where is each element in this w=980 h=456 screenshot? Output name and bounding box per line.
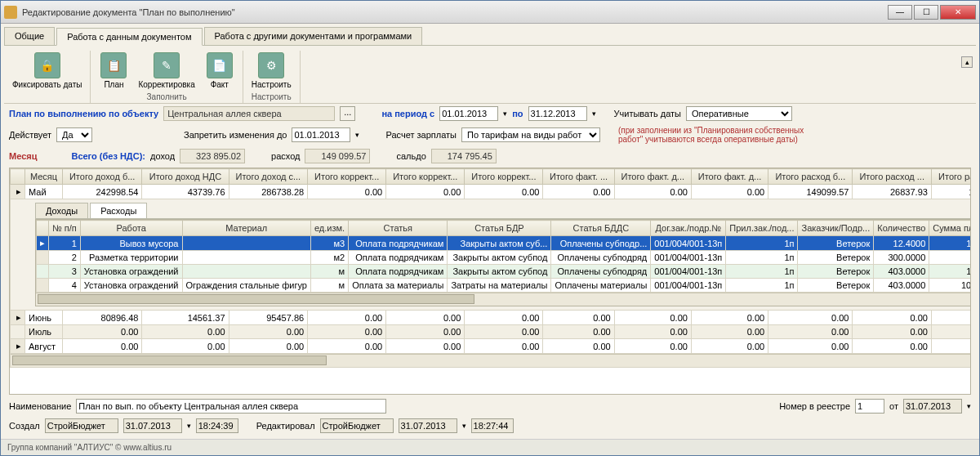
detail-col-header[interactable]: Работа [80, 221, 182, 236]
reg-from-label: от [889, 401, 898, 411]
maximize-button[interactable]: ☐ [914, 5, 938, 20]
edited-date [399, 418, 457, 433]
detail-row[interactable]: 2Разметка территориим2Оплата подрядчикам… [37, 251, 972, 265]
period-to-label: по [512, 109, 523, 118]
minimize-button[interactable]: — [888, 5, 912, 20]
period-from-input[interactable] [439, 106, 498, 121]
fix-dates-button[interactable]: 🔒Фиксировать даты [7, 51, 87, 91]
grid-row[interactable]: ▸Июнь80896.4814561.3795457.860.000.000.0… [11, 311, 972, 325]
detail-col-header[interactable]: № п/п [49, 221, 81, 236]
total-label: Всего (без НДС): [71, 151, 145, 161]
edited-label: Редактировал [256, 421, 315, 431]
period-to-input[interactable] [528, 106, 587, 121]
detail-row[interactable]: ▸1Вывоз мусорам3Оплата подрядчикамЗакрыт… [37, 236, 972, 251]
grid-col-header[interactable]: Итого факт. ... [543, 169, 614, 185]
grid-col-header[interactable]: Итого коррект... [465, 169, 543, 185]
grid-col-header[interactable]: Итого доход НДС [142, 169, 229, 185]
grid-col-header[interactable]: Месяц [25, 169, 63, 185]
detail-col-header[interactable]: Материал [182, 221, 310, 236]
grid-col-header[interactable]: Итого расход ... [853, 169, 931, 185]
ribbon-group-settings: Настроить [247, 91, 296, 103]
grid-hscroll[interactable] [11, 354, 971, 367]
tab-work-doc[interactable]: Работа с данным документом [56, 28, 202, 46]
plan-icon: 📋 [100, 52, 127, 78]
month-label: Месяц [9, 151, 37, 161]
detail-grid[interactable]: № п/пРаботаМатериалед.изм.СтатьяСтатья Б… [35, 219, 971, 306]
name-input[interactable] [76, 399, 386, 414]
forbid-label: Запретить изменения до [184, 130, 287, 140]
detail-col-header[interactable]: Статья БДР [448, 221, 551, 236]
saldo-label: сальдо [396, 151, 425, 161]
fact-icon: 📄 [207, 52, 233, 78]
close-button[interactable]: ✕ [940, 5, 976, 20]
reg-label: Номер в реестре [779, 401, 850, 411]
edited-time [471, 418, 514, 433]
grid-col-header[interactable]: Итого доход б... [62, 169, 142, 185]
app-icon [4, 6, 17, 19]
income-value: 323 895.02 [180, 149, 245, 163]
take-dates-select[interactable]: Оперативные [686, 106, 792, 121]
grid-row[interactable]: ▸Август0.000.000.000.000.000.000.000.000… [11, 339, 972, 354]
grid-col-header[interactable]: Итого расход б... [768, 169, 853, 185]
expense-label: расход [271, 151, 300, 161]
detail-col-header[interactable]: Статья [349, 221, 448, 236]
period-from-label: на период с [381, 109, 434, 118]
detail-col-header[interactable]: Статья БДДС [551, 221, 651, 236]
salary-select[interactable]: По тарифам на виды работ [461, 127, 600, 142]
object-label: План по выполнению по объекту [9, 109, 158, 118]
detail-col-header[interactable]: Заказчик/Подр... [798, 221, 874, 236]
statusbar: Группа компаний "АЛТИУС" © www.altius.ru [1, 439, 979, 455]
forbid-date-input[interactable] [292, 127, 350, 142]
grid-col-header[interactable]: Итого факт. д... [691, 169, 768, 185]
fact-button[interactable]: 📄Факт [200, 51, 239, 91]
ribbon-group-fill: Заполнить [94, 91, 238, 103]
detail-col-header[interactable]: Сумма план. бе... [929, 221, 971, 236]
edited-by [320, 418, 394, 433]
grid-col-header[interactable]: Итого расход с... [931, 169, 971, 185]
grid-row[interactable]: Июль0.000.000.000.000.000.000.000.000.00… [11, 325, 972, 339]
summary-grid[interactable]: МесяцИтого доход б...Итого доход НДСИтог… [9, 168, 971, 395]
detail-hscroll[interactable] [36, 293, 971, 306]
grid-col-header[interactable]: Итого коррект... [308, 169, 386, 185]
detail-col-header[interactable]: Прил.зак./под... [726, 221, 798, 236]
expense-value: 149 099.57 [305, 149, 370, 163]
salary-label: Расчет зарплаты [385, 130, 457, 140]
plan-button[interactable]: 📋План [94, 51, 133, 91]
grid-row[interactable]: ▸Май242998.5443739.76286738.280.000.000.… [11, 185, 972, 199]
grid-col-header[interactable]: Итого доход с... [229, 169, 308, 185]
scroll-up-button[interactable]: ▴ [961, 56, 973, 68]
active-select[interactable]: Да [56, 127, 92, 142]
correction-icon: ✎ [154, 52, 180, 78]
object-field[interactable]: Центральная аллея сквера [163, 106, 335, 121]
dates-note: (при заполнении из "Планирования собстве… [618, 126, 831, 144]
subtab-expense[interactable]: Расходы [90, 203, 147, 218]
settings-button[interactable]: ⚙Настроить [247, 51, 296, 91]
detail-col-header[interactable]: Количество [874, 221, 929, 236]
take-dates-label: Учитывать даты [614, 109, 681, 118]
grid-col-header[interactable]: Итого факт. д... [614, 169, 691, 185]
detail-row[interactable]: 3Установка ограждениймОплата подрядчикам… [37, 265, 972, 279]
created-label: Создал [9, 421, 40, 431]
active-label: Действует [9, 130, 51, 140]
object-lookup-button[interactable]: ... [340, 106, 355, 121]
detail-row[interactable]: 4Установка огражденийОграждения стальные… [37, 279, 972, 293]
window-title: Редактирование документа "План по выполн… [22, 7, 888, 17]
created-date [123, 418, 182, 433]
tab-other-docs[interactable]: Работа с другими документами и программа… [204, 27, 423, 45]
detail-col-header[interactable]: Дог.зак./подр.№ [651, 221, 726, 236]
saldo-value: 174 795.45 [431, 149, 497, 163]
titlebar: Редактирование документа "План по выполн… [1, 1, 979, 24]
detail-col-header[interactable]: ед.изм. [310, 221, 348, 236]
gear-icon: ⚙ [258, 52, 284, 78]
subtab-income[interactable]: Доходы [35, 203, 88, 218]
name-label: Наименование [9, 401, 71, 411]
ribbon: 🔒Фиксировать даты 📋План ✎Корректировка 📄… [4, 47, 976, 104]
tab-general[interactable]: Общие [4, 27, 55, 45]
correction-button[interactable]: ✎Корректировка [133, 51, 199, 91]
main-tabs: Общие Работа с данным документом Работа … [4, 27, 976, 46]
reg-date-input[interactable] [903, 399, 962, 414]
grid-col-header[interactable]: Итого коррект... [386, 169, 465, 185]
calendar-lock-icon: 🔒 [34, 52, 60, 78]
created-by [45, 418, 118, 433]
reg-number-input[interactable] [855, 399, 884, 414]
